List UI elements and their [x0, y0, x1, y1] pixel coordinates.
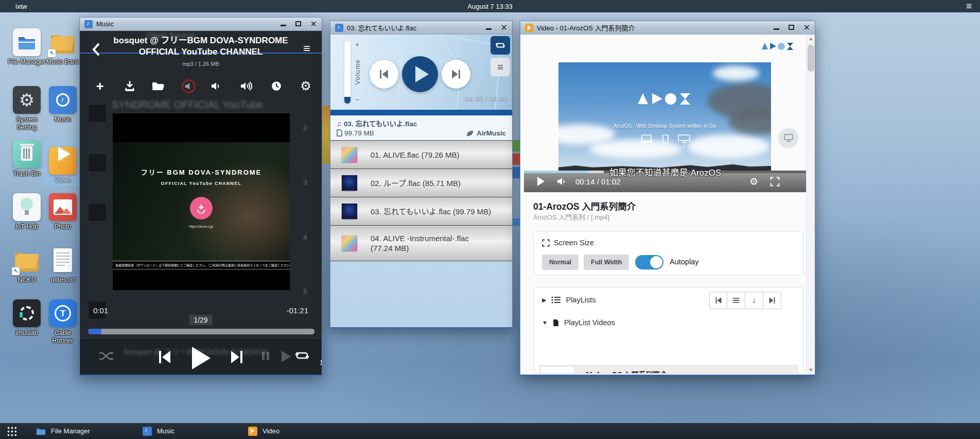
monitor-icon: ✓ [678, 134, 690, 149]
desktop-icon-imuslab[interactable]: imuslab [7, 299, 46, 337]
playlists-header[interactable]: ▶ PlayLists [542, 296, 596, 304]
download-video-button[interactable]: ↓ [745, 292, 763, 309]
previous-track-button[interactable] [370, 60, 398, 89]
music-window-titlebar[interactable]: Music ✕ [80, 18, 322, 31]
desktop-icon-iot-hub[interactable]: IoT Hub [7, 193, 46, 231]
video-thumb: ►◄ [541, 367, 574, 374]
add-button[interactable]: + [93, 79, 107, 93]
desktop-icon-label: Music Bank [43, 58, 82, 66]
screen-size-card: Screen Size Normal Full Width Autoplay [533, 231, 803, 276]
desktop-icon-system-setting[interactable]: ⚙ System Setting [7, 86, 46, 131]
folder-icon [36, 427, 46, 435]
album-thumb [342, 204, 357, 219]
maximize-button[interactable] [295, 20, 301, 28]
desktop-icon-ncku[interactable]: ↖ NCKU [7, 246, 46, 284]
volume-slider[interactable] [344, 41, 351, 104]
shuffle-button[interactable] [98, 350, 114, 364]
skip-first-button[interactable] [709, 292, 727, 309]
download-button[interactable] [123, 79, 136, 93]
flac-window-titlebar[interactable]: 03. 忘れてもいいよ.flac ✕ [330, 21, 512, 35]
next-track-button[interactable] [442, 60, 470, 89]
system-menu-icon[interactable]: ≡ [966, 0, 972, 12]
repeat-button[interactable] [491, 36, 510, 55]
desktop: ixtw August 7 13:33 ≡ File Manager ↖ Mus… [0, 0, 980, 439]
clock: August 7 13:33 [0, 3, 980, 10]
next-track-button[interactable] [230, 350, 243, 366]
seek-bar[interactable] [88, 329, 314, 334]
desktop-icon-label: File Manager [7, 58, 46, 66]
back-button[interactable] [92, 43, 99, 58]
volume-high-icon[interactable] [240, 79, 253, 93]
video-settings-gear-icon[interactable]: ⚙ [749, 176, 758, 188]
repeat-button[interactable] [294, 349, 310, 364]
history-clock-icon[interactable] [270, 79, 283, 93]
expand-icon [542, 239, 550, 247]
app-grid-icon[interactable] [7, 426, 16, 436]
scrollbar-thumb[interactable] [808, 45, 814, 72]
open-folder-button[interactable] [151, 79, 165, 93]
previous-track-button[interactable] [158, 350, 171, 366]
video-play-icon [49, 147, 77, 175]
playlist-row[interactable]: 04. ALIVE -Instrumental-.flac (77.24 MB) [330, 225, 512, 261]
top-bar: ixtw August 7 13:33 ≡ [0, 0, 980, 12]
scroll-up-arrow[interactable]: ▲ [807, 35, 815, 43]
desktop-icon-label: imuslab [7, 329, 46, 337]
taskbar-item-file-manager[interactable]: File Manager [36, 423, 90, 439]
video-volume-button[interactable] [557, 177, 567, 188]
taskbar-item-video[interactable]: Video [248, 423, 279, 439]
desktop-icon-file-manager[interactable]: File Manager [7, 28, 46, 66]
mute-icon[interactable] [182, 79, 196, 93]
list-icon [551, 296, 561, 303]
progress-bar[interactable] [330, 110, 512, 115]
playlist-row[interactable]: 03. 忘れてもいいよ.flac (99.79 MB) [330, 197, 512, 225]
taskbar-item-music[interactable]: Music [143, 423, 174, 439]
minimize-button[interactable] [486, 24, 492, 31]
volume-low-icon[interactable] [209, 79, 223, 93]
scroll-down-arrow[interactable]: ▼ [807, 366, 815, 375]
flac-window-body: + Volume − ≡ 04:40 / 04:40 [330, 35, 512, 327]
minimize-button[interactable] [281, 20, 286, 28]
desktop-icon-notes-txt[interactable]: notes.txt [43, 246, 82, 284]
spinner-logo-icon [13, 299, 41, 327]
screen-size-heading: Screen Size [542, 239, 594, 247]
now-playing-meta: mp3 / 1.26 MB [104, 61, 297, 67]
desktop-icon-label: Photo [43, 223, 82, 231]
menu-button[interactable]: ≡ [491, 58, 510, 76]
menu-icon[interactable]: ≡ [303, 41, 310, 56]
file-manager-icon [13, 28, 41, 56]
desktop-icon-photo[interactable]: Photo [43, 193, 82, 231]
fullscreen-button[interactable] [770, 177, 780, 189]
desktop-icon-trash-bin[interactable]: Trash Bin [7, 140, 46, 178]
desktop-icon-video[interactable]: Video [43, 140, 82, 184]
gear-icon: ⚙ [13, 86, 41, 114]
desktop-icon-cable-runner[interactable]: T Cable Runner [43, 299, 82, 345]
background-window-fragment [322, 106, 330, 164]
playlist-videos-header[interactable]: ▼ PlayList Videos [542, 318, 615, 327]
maximize-button[interactable] [789, 24, 794, 31]
minimize-button[interactable] [774, 24, 779, 31]
playlist-list-button[interactable] [727, 292, 745, 309]
scrollbar[interactable]: ▲ ▼ [806, 35, 815, 375]
video-play-button[interactable] [537, 177, 545, 186]
skip-last-button[interactable] [763, 292, 781, 309]
video-control-bar: 如果您不知道甚麼是 ArozOS 00:14 / 01:02 ⚙ [524, 171, 807, 192]
close-button[interactable]: ✕ [803, 24, 810, 31]
play-button[interactable] [402, 56, 438, 92]
autoplay-toggle[interactable] [635, 255, 663, 269]
settings-gear-icon[interactable]: ⚙ [299, 79, 312, 93]
cast-screen-button[interactable] [779, 128, 798, 147]
desktop-icon-label: Music [43, 116, 82, 124]
lightbulb-icon [13, 193, 41, 221]
playlist-row[interactable]: 02. ループ.flac (85.71 MB) [330, 168, 512, 197]
play-button[interactable] [192, 347, 211, 369]
video-window-titlebar[interactable]: Video - 01-ArozOS 入門系列簡介 ✕ [520, 21, 815, 35]
normal-size-button[interactable]: Normal [542, 255, 579, 270]
desktop-icon-music-bank[interactable]: ↖ Music Bank [43, 28, 82, 66]
desktop-icon-music[interactable]: Music [43, 86, 82, 124]
close-button[interactable]: ✕ [501, 24, 507, 31]
close-button[interactable]: ✕ [310, 21, 317, 28]
video-surface[interactable]: ArozOS - Web Desktop System written in G… [558, 62, 771, 171]
full-width-button[interactable]: Full Width [584, 255, 629, 270]
playlist-row[interactable]: 01. ALIVE.flac (79.26 MB) [330, 140, 512, 168]
playlist-video-item[interactable]: ►◄ 01-ArozOS 入門系列簡介 S2:/Video/ArozOS 入門系… [539, 365, 799, 374]
